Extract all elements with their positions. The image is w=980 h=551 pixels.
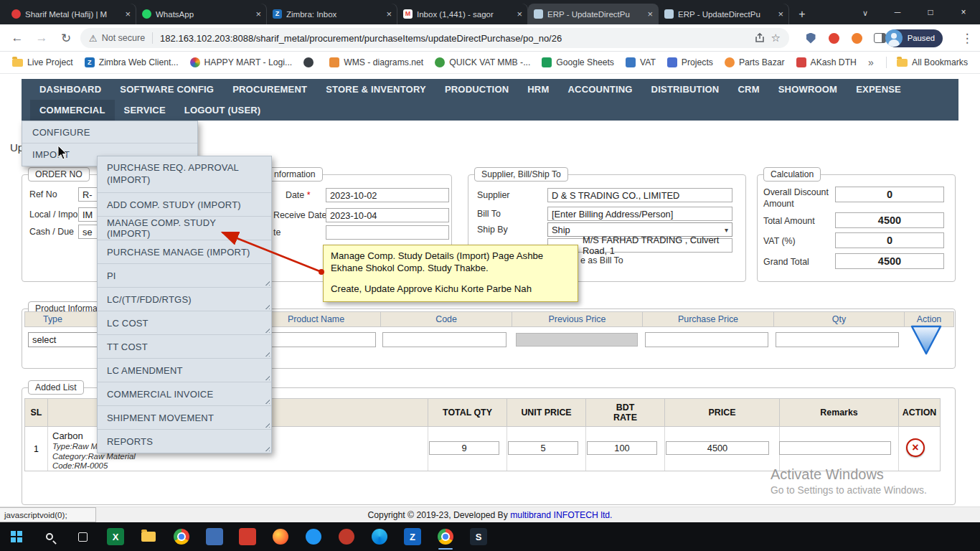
window-close-button[interactable]: × (947, 0, 980, 24)
submenu-purchase-req-approval[interactable]: PURCHASE REQ. APPROVAL (IMPORT) (98, 156, 271, 192)
tab-sharif-metal[interactable]: Sharif Metal (Hafij) | M × (6, 4, 136, 24)
tab-whatsapp[interactable]: WhatsApp × (136, 4, 267, 24)
supplier-input[interactable]: D & S TRADING CO., LIMITED (547, 188, 732, 202)
bookmark-wms[interactable]: WMS - diagrams.net (324, 55, 428, 70)
menu-crm[interactable]: CRM (728, 79, 768, 100)
row-unit-price-input[interactable]: 5 (508, 441, 578, 455)
submenu-tt-cost[interactable]: TT COST (98, 334, 271, 358)
zimbra-app-icon[interactable]: Z (396, 522, 429, 551)
menu-service[interactable]: SERVICE (115, 100, 175, 121)
submenu-add-comp-study[interactable]: ADD COMP. STUDY (IMPORT) (98, 192, 271, 216)
menu-production[interactable]: PRODUCTION (435, 79, 518, 100)
edge-icon[interactable] (363, 522, 396, 551)
chrome-icon[interactable] (165, 522, 198, 551)
submenu-lc-cost[interactable]: LC COST (98, 311, 271, 334)
url-text[interactable]: 182.163.102.203:8088/sharif_metal/procur… (160, 33, 748, 44)
bookmarks-overflow-icon[interactable]: » (863, 55, 879, 70)
tab-close-icon[interactable]: × (255, 9, 261, 19)
bookmark-vat[interactable]: VAT (621, 55, 661, 70)
forward-button[interactable]: → (33, 29, 50, 47)
total-amount-input[interactable]: 4500 (835, 212, 944, 228)
date-input[interactable]: 2023-10-02 (326, 188, 449, 202)
tab-search-chevron-icon[interactable]: ∨ (858, 6, 872, 20)
shield-extension-icon[interactable] (802, 29, 819, 47)
all-bookmarks-button[interactable]: All Bookmarks (892, 55, 973, 70)
bookmark-projects[interactable]: Projects (662, 55, 718, 70)
window-maximize-button[interactable]: □ (914, 0, 947, 24)
reload-button[interactable]: ↻ (57, 29, 75, 47)
tab-zimbra[interactable]: Z Zimbra: Inbox × (267, 4, 397, 24)
bookmark-live-project[interactable]: Live Project (7, 55, 78, 70)
bookmark-zimbra[interactable]: ZZimbra Web Client... (80, 55, 184, 70)
bill-to-input[interactable]: [Enter Billing Address/Person] (547, 207, 732, 221)
note-input[interactable] (326, 225, 449, 240)
tab-close-icon[interactable]: × (778, 9, 783, 19)
tab-erp-2[interactable]: ERP - UpdateDirectPu × (659, 4, 789, 24)
app-icon-2[interactable] (231, 522, 264, 551)
tab-close-icon[interactable]: × (125, 9, 131, 19)
menu-accounting[interactable]: ACCOUNTING (559, 79, 642, 100)
tab-gmail[interactable]: M Inbox (1,441) - sagor × (397, 4, 528, 24)
adblock-extension-icon[interactable] (825, 29, 842, 47)
purchase-price-input[interactable] (645, 332, 768, 347)
receive-date-input[interactable]: 2023-10-04 (326, 208, 449, 222)
row-price-input[interactable]: 4500 (666, 441, 769, 455)
bookmark-parts-bazar[interactable]: Parts Bazar (720, 55, 790, 70)
bookmark-quick-vat[interactable]: QUICK VAT MMB -... (430, 55, 535, 70)
menu-showroom[interactable]: SHOWROOM (769, 79, 847, 100)
browser-menu-icon[interactable]: ⋮ (958, 29, 976, 47)
search-icon[interactable] (33, 522, 66, 551)
window-minimize-button[interactable]: ─ (881, 0, 914, 24)
start-button[interactable] (0, 522, 33, 551)
product-code-input[interactable] (382, 332, 507, 347)
bookmark-star-icon[interactable]: ☆ (771, 32, 781, 44)
submenu-reports[interactable]: REPORTS (98, 429, 271, 453)
grand-total-input[interactable]: 4500 (835, 253, 944, 269)
bookmark-google-sheets[interactable]: Google Sheets (537, 55, 619, 70)
task-view-icon[interactable] (66, 522, 99, 551)
security-label[interactable]: Not secure (102, 33, 145, 43)
tab-close-icon[interactable]: × (386, 9, 392, 19)
developer-link[interactable]: multibrand INFOTECH ltd. (510, 510, 612, 520)
profile-button[interactable]: Paused (887, 29, 943, 47)
menu-item-configure[interactable]: CONFIGURE (22, 121, 197, 143)
submenu-lc-amendment[interactable]: LC AMENDMENT (98, 358, 271, 382)
address-bar[interactable]: ⚠ Not secure 182.163.102.203:8088/sharif… (80, 28, 789, 48)
bookmark-happy-mart[interactable]: HAPPY MART - Logi... (185, 55, 298, 70)
row-remarks-input[interactable] (779, 441, 891, 455)
chrome-active-icon[interactable] (429, 522, 462, 551)
tab-close-icon[interactable]: × (517, 9, 522, 19)
menu-distribution[interactable]: DISTRIBUTION (642, 79, 729, 100)
delete-row-button[interactable]: × (906, 438, 925, 457)
row-bdt-rate-input[interactable]: 100 (587, 441, 657, 455)
menu-expense[interactable]: EXPENSE (847, 79, 910, 100)
menu-dashboard[interactable]: DASHBOARD (30, 79, 110, 100)
new-tab-button[interactable]: + (793, 6, 811, 23)
vat-input[interactable]: 0 (835, 232, 944, 248)
menu-software-config[interactable]: SOFTWARE CONFIG (110, 79, 223, 100)
excel-icon[interactable]: X (99, 522, 132, 551)
add-product-triangle-button[interactable] (910, 324, 943, 356)
app-icon-4[interactable] (330, 522, 363, 551)
share-icon[interactable] (754, 32, 765, 44)
s-app-icon[interactable]: S (462, 522, 495, 551)
submenu-lc-tt[interactable]: LC/(TT/FDD/RTGS) (98, 287, 271, 311)
row-total-qty-input[interactable]: 9 (429, 441, 499, 455)
bookmark-globe[interactable] (298, 55, 323, 70)
qty-input[interactable] (776, 332, 899, 347)
menu-store-inventory[interactable]: STORE & INVENTORY (316, 79, 435, 100)
menu-procurement[interactable]: PROCUREMENT (223, 79, 316, 100)
overall-discount-input[interactable]: 0 (835, 187, 944, 202)
menu-hrm[interactable]: HRM (518, 79, 558, 100)
back-button[interactable]: ← (9, 29, 26, 47)
menu-commercial[interactable]: COMMERCIAL (30, 100, 115, 121)
file-explorer-icon[interactable] (132, 522, 165, 551)
paw-extension-icon[interactable] (848, 29, 865, 47)
tab-close-icon[interactable]: × (647, 9, 653, 19)
bookmark-akash-dth[interactable]: AKash DTH (791, 55, 862, 70)
tab-erp-active[interactable]: ERP - UpdateDirectPu × (528, 4, 659, 24)
submenu-commercial-invoice[interactable]: COMMERCIAL INVOICE (98, 382, 271, 405)
app-icon-3[interactable] (297, 522, 330, 551)
submenu-shipment-movement[interactable]: SHIPMENT MOVEMENT (98, 405, 271, 429)
app-icon-1[interactable] (198, 522, 231, 551)
